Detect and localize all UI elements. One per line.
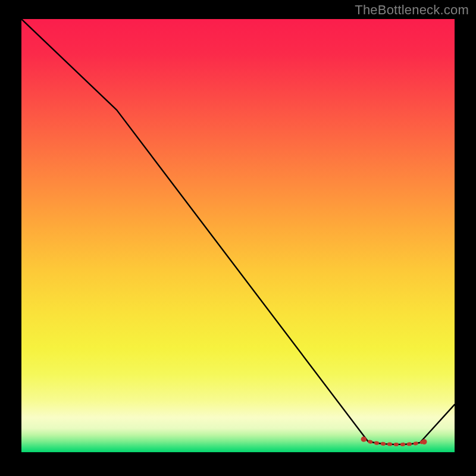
marker-endpoint bbox=[422, 439, 427, 444]
watermark-text: TheBottleneck.com bbox=[355, 2, 469, 18]
plot-area bbox=[21, 19, 455, 452]
chart-container: TheBottleneck.com bbox=[0, 0, 476, 476]
main-curve bbox=[21, 19, 455, 444]
marker-endpoint bbox=[361, 437, 367, 442]
marker-group bbox=[361, 437, 427, 444]
chart-svg bbox=[21, 19, 455, 452]
